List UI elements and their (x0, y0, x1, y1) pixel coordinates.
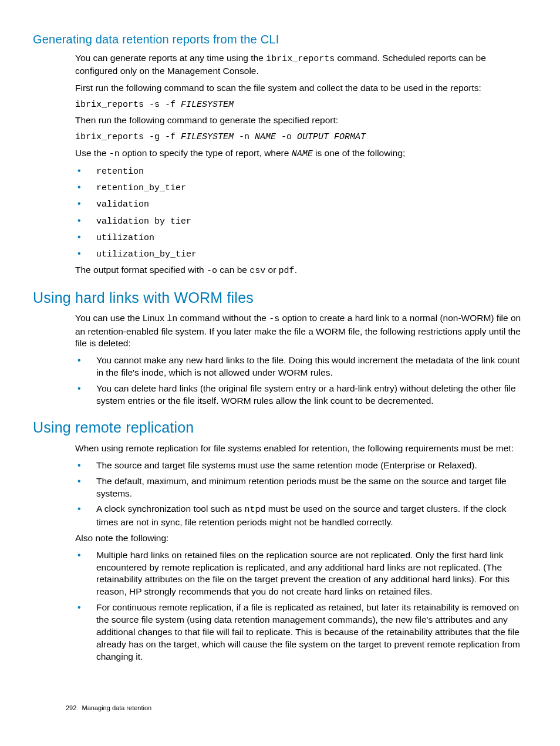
text: You can use the Linux (75, 313, 167, 323)
page-number: 292 (66, 704, 76, 711)
text: . (295, 265, 297, 275)
para: Also note the following: (75, 532, 527, 545)
code-inline: ntpd (244, 505, 265, 515)
para: You can use the Linux ln command without… (75, 312, 527, 350)
code-inline: utilization (96, 233, 154, 243)
cmd-arg: NAME (255, 132, 276, 142)
section-hard-links-body: You can use the Linux ln command without… (75, 312, 527, 407)
text: You can generate reports at any time usi… (75, 53, 266, 63)
list-item: validation by tier (75, 215, 527, 228)
replication-requirements-list: The source and target file systems must … (75, 460, 527, 529)
cmd-arg: OUTPUT FORMAT (297, 132, 366, 142)
code-inline: -o (207, 266, 217, 276)
cmd-text: ibrix_reports -s -f (75, 100, 181, 110)
command-block: ibrix_reports -s -f FILESYSTEM (75, 99, 527, 111)
command-block: ibrix_reports -g -f FILESYSTEM -n NAME -… (75, 131, 527, 143)
text: can be (217, 265, 249, 275)
page-footer: 292 Managing data retention (66, 704, 151, 713)
cmd-arg: FILESYSTEM (181, 132, 234, 142)
para: The output format specified with -o can … (75, 264, 527, 277)
para: When using remote replication for file s… (75, 443, 527, 455)
para: Use the -n option to specify the type of… (75, 147, 527, 160)
section-generating-reports-body: You can generate reports at any time usi… (75, 52, 527, 278)
list-item: utilization_by_tier (75, 248, 527, 261)
heading-remote-replication: Using remote replication (33, 418, 527, 438)
text: A clock synchronization tool such as (96, 504, 244, 514)
code-inline: validation (96, 200, 149, 210)
list-item: The default, maximum, and minimum retent… (75, 475, 527, 500)
list-item: utilization (75, 231, 527, 244)
text: option to specify the type of report, wh… (120, 148, 292, 158)
code-inline: ln (167, 314, 177, 324)
code-inline: -s (269, 314, 279, 324)
list-item: Multiple hard links on retained files on… (75, 549, 527, 599)
code-inline: retention_by_tier (96, 183, 186, 193)
list-item: You cannot make any new hard links to th… (75, 355, 527, 379)
list-item: retention (75, 165, 527, 178)
worm-restrictions-list: You cannot make any new hard links to th… (75, 355, 527, 407)
para: Then run the following command to genera… (75, 114, 527, 127)
code-inline: retention (96, 167, 144, 177)
code-inline: NAME (292, 149, 313, 159)
chapter-title: Managing data retention (82, 704, 152, 711)
text: Use the (75, 148, 109, 158)
para: First run the following command to scan … (75, 82, 527, 94)
cmd-text: -n (234, 132, 255, 142)
list-item: A clock synchronization tool such as ntp… (75, 503, 527, 528)
section-remote-replication-body: When using remote replication for file s… (75, 443, 527, 663)
text: The output format specified with (75, 265, 207, 275)
cmd-text: ibrix_reports -g -f (75, 132, 181, 142)
para: You can generate reports at any time usi… (75, 52, 527, 77)
code-inline: validation by tier (96, 217, 191, 227)
list-item: You can delete hard links (the original … (75, 383, 527, 407)
text: or (265, 265, 278, 275)
list-item: validation (75, 198, 527, 211)
list-item: retention_by_tier (75, 181, 527, 194)
report-name-list: retention retention_by_tier validation v… (75, 165, 527, 261)
code-inline: utilization_by_tier (96, 249, 197, 259)
code-inline: ibrix_reports (266, 54, 335, 64)
text: is one of the following; (313, 148, 406, 158)
text: command without the (177, 313, 269, 323)
code-inline: pdf (279, 266, 295, 276)
heading-generating-reports: Generating data retention reports from t… (33, 32, 527, 48)
list-item: For continuous remote replication, if a … (75, 602, 527, 663)
replication-notes-list: Multiple hard links on retained files on… (75, 549, 527, 663)
code-inline: csv (249, 266, 265, 276)
cmd-arg: FILESYSTEM (181, 100, 234, 110)
list-item: The source and target file systems must … (75, 460, 527, 472)
heading-hard-links-worm: Using hard links with WORM files (33, 288, 527, 308)
cmd-text: -o (276, 132, 297, 142)
code-inline: -n (109, 149, 120, 159)
